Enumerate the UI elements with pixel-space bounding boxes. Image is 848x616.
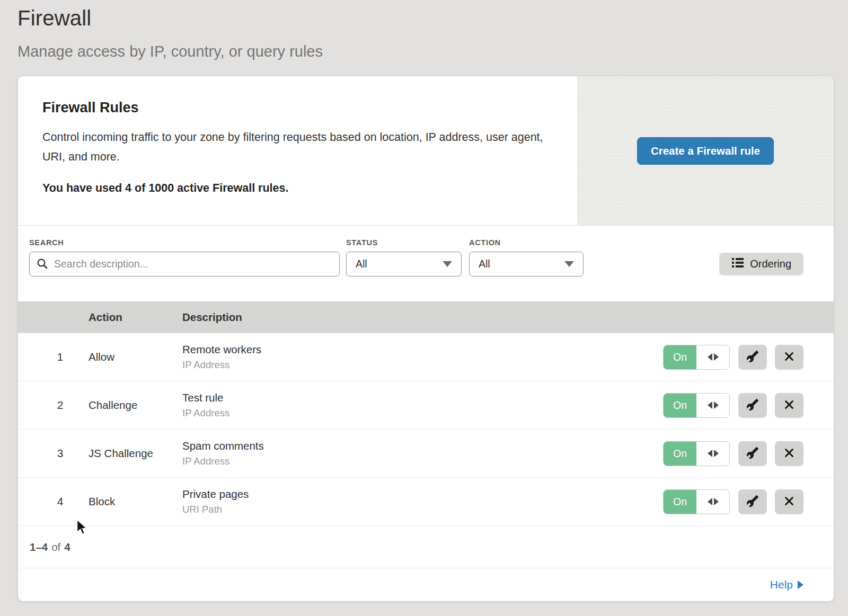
ordering-button[interactable]: Ordering: [719, 253, 803, 275]
status-select[interactable]: All: [346, 252, 462, 276]
rule-priority: 3: [18, 447, 89, 460]
rule-description-cell: Remote workers IP Address: [182, 343, 663, 371]
toggle-arrows-icon: [696, 394, 729, 417]
toggle-on-label: On: [664, 345, 696, 369]
action-field: ACTION All: [469, 238, 584, 276]
rule-match-field: IP Address: [182, 407, 663, 419]
toggle-arrows-icon: [696, 490, 729, 514]
ordering-button-label: Ordering: [750, 258, 791, 270]
section-description: Control incoming traffic to your zone by…: [42, 128, 551, 167]
rule-priority: 2: [18, 399, 89, 412]
close-icon: [783, 351, 795, 364]
create-firewall-rule-button[interactable]: Create a Firewall rule: [637, 137, 774, 165]
rule-controls: On: [663, 489, 834, 514]
rule-description-cell: Test rule IP Address: [182, 391, 663, 419]
firewall-rules-intro-section: Firewall Rules Control incoming traffic …: [18, 76, 834, 226]
action-label: ACTION: [469, 238, 584, 247]
search-input-wrap: [29, 252, 340, 276]
close-icon: [783, 495, 795, 508]
search-label: SEARCH: [29, 238, 340, 247]
chevron-down-icon: [443, 261, 452, 267]
help-link[interactable]: Help: [770, 578, 793, 591]
table-header: Action Description: [18, 301, 834, 333]
ordering-list-icon: [731, 257, 744, 271]
pagination-range: 1–4: [30, 541, 48, 553]
usage-note: You have used 4 of 1000 active Firewall …: [42, 182, 556, 195]
rule-description: Private pages: [182, 488, 663, 501]
page-header: Firewall Manage access by IP, country, o…: [0, 0, 848, 60]
page-subtitle: Manage access by IP, country, or query r…: [17, 43, 848, 60]
chevron-down-icon: [564, 261, 574, 267]
rule-controls: On: [663, 345, 834, 370]
search-icon: [36, 257, 49, 272]
delete-rule-button[interactable]: [775, 441, 803, 466]
status-field: STATUS All: [346, 238, 462, 276]
column-header-description: Description: [182, 311, 663, 324]
rule-description: Remote workers: [182, 343, 663, 356]
pagination-separator: of: [51, 541, 60, 553]
toggle-on-label: On: [664, 490, 696, 514]
rule-match-field: URI Path: [182, 504, 663, 515]
status-label: STATUS: [346, 238, 462, 247]
card-footer: Help: [18, 568, 834, 601]
search-input[interactable]: [29, 252, 340, 276]
rule-action: JS Challenge: [89, 447, 182, 460]
rule-enabled-toggle[interactable]: On: [663, 393, 730, 418]
close-icon: [783, 447, 795, 460]
search-field: SEARCH: [29, 238, 340, 276]
rule-action: Challenge: [89, 399, 182, 412]
table-row: 1 Allow Remote workers IP Address On: [18, 333, 834, 381]
table-row: 4 Block Private pages URI Path On: [18, 478, 834, 526]
edit-rule-button[interactable]: [738, 345, 767, 370]
create-rule-panel: Create a Firewall rule: [577, 76, 834, 225]
toggle-on-label: On: [664, 442, 696, 466]
rule-controls: On: [663, 441, 834, 466]
rule-controls: On: [663, 393, 834, 418]
wrench-icon: [746, 447, 759, 461]
section-title: Firewall Rules: [42, 100, 556, 116]
edit-rule-button[interactable]: [738, 441, 767, 466]
edit-rule-button[interactable]: [738, 393, 767, 418]
wrench-icon: [746, 495, 759, 509]
toggle-on-label: On: [664, 394, 696, 417]
status-selected-value: All: [356, 258, 367, 270]
wrench-icon: [746, 350, 759, 364]
column-header-action: Action: [89, 311, 182, 324]
delete-rule-button[interactable]: [775, 393, 803, 418]
action-select[interactable]: All: [469, 252, 584, 276]
table-row: 3 JS Challenge Spam comments IP Address …: [18, 430, 834, 478]
filters-bar: SEARCH STATUS All ACTION All: [18, 226, 834, 301]
toggle-arrows-icon: [696, 345, 729, 369]
rule-priority: 4: [18, 495, 89, 508]
pagination-total: 4: [64, 541, 70, 553]
firewall-rules-card: Firewall Rules Control incoming traffic …: [17, 76, 834, 602]
table-row: 2 Challenge Test rule IP Address On: [18, 381, 834, 430]
rule-description: Spam comments: [182, 440, 663, 452]
help-arrow-icon: [798, 581, 803, 589]
intro-text-block: Firewall Rules Control incoming traffic …: [18, 76, 577, 225]
rule-description: Test rule: [182, 391, 663, 404]
page-title: Firewall: [17, 6, 848, 30]
delete-rule-button[interactable]: [775, 489, 803, 514]
rule-enabled-toggle[interactable]: On: [663, 441, 730, 466]
rule-enabled-toggle[interactable]: On: [663, 345, 730, 370]
rule-match-field: IP Address: [182, 456, 663, 467]
rule-priority: 1: [18, 351, 89, 363]
edit-rule-button[interactable]: [738, 489, 767, 514]
wrench-icon: [746, 398, 759, 413]
pagination-row: 1–4 of 4: [18, 526, 834, 568]
rule-description-cell: Spam comments IP Address: [182, 440, 663, 467]
toggle-arrows-icon: [696, 442, 729, 466]
close-icon: [783, 399, 795, 412]
rule-action: Block: [89, 495, 182, 508]
action-selected-value: All: [479, 258, 490, 270]
rule-enabled-toggle[interactable]: On: [663, 489, 730, 514]
rule-action: Allow: [89, 351, 182, 363]
rule-match-field: IP Address: [182, 359, 663, 371]
delete-rule-button[interactable]: [775, 345, 803, 370]
rule-description-cell: Private pages URI Path: [182, 488, 663, 515]
